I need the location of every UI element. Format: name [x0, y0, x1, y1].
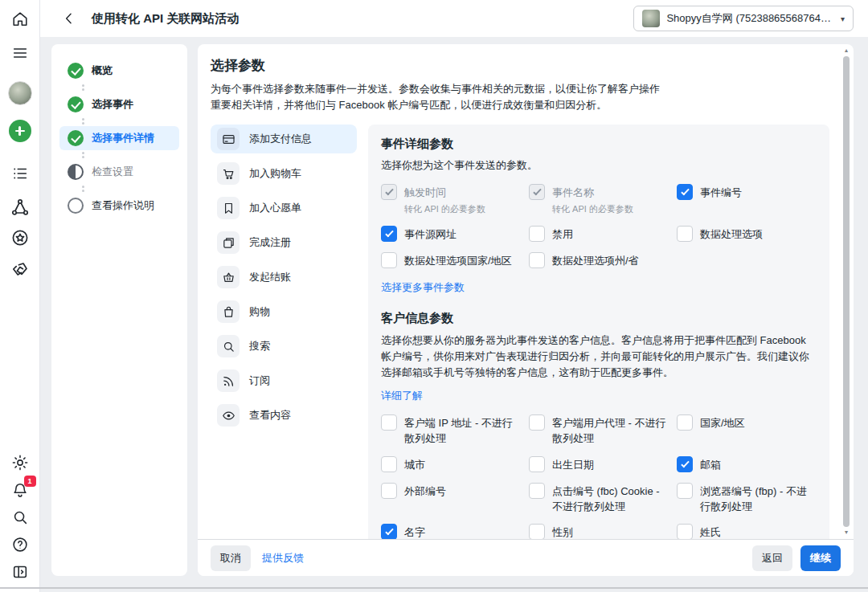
- stepper-item-select-event-details[interactable]: 选择事件详情: [59, 126, 179, 150]
- event-item-add-to-wishlist[interactable]: 加入心愿单: [211, 194, 357, 223]
- event-item-add-to-cart[interactable]: 加入购物车: [211, 159, 357, 188]
- customer-param-checkbox[interactable]: 客户端 IP 地址 - 不进行散列处理: [381, 414, 521, 447]
- page-title: 使用转化 API 关联网站活动: [92, 11, 239, 27]
- notifications-icon[interactable]: 1: [10, 480, 31, 500]
- continue-button[interactable]: 继续: [800, 545, 841, 571]
- menu-icon[interactable]: [10, 43, 31, 63]
- customer-param-checkbox[interactable]: 性别: [529, 524, 669, 539]
- checkbox-box[interactable]: [529, 414, 545, 431]
- home-icon[interactable]: [10, 9, 31, 30]
- event-item-search[interactable]: 搜索: [211, 332, 357, 361]
- create-icon[interactable]: [9, 120, 31, 142]
- star-badge-icon[interactable]: [10, 227, 31, 248]
- feedback-link[interactable]: 提供反馈: [262, 551, 304, 565]
- checkbox-box[interactable]: [381, 252, 397, 268]
- event-item-view-content[interactable]: 查看内容: [211, 401, 357, 430]
- stepper-panel: 概览 选择事件 选择事件详情 检查设置 查看操作说明: [51, 44, 187, 576]
- collapse-panel-icon[interactable]: [10, 561, 31, 582]
- customer-param-checkbox[interactable]: 浏览器编号 (fbp) - 不进行散列处理: [677, 483, 817, 515]
- event-params-grid: 触发时间 转化 API 的必要参数 事件名称 转化 API 的必要参数 事件编号: [381, 184, 817, 268]
- section-heading: 选择参数: [211, 56, 829, 75]
- scrollbar[interactable]: ▴ ▾: [841, 46, 852, 537]
- checkbox-box[interactable]: [529, 252, 545, 268]
- event-params-subtitle: 选择你想为这个事件发送的参数。: [381, 158, 817, 173]
- learn-more-link[interactable]: 详细了解: [381, 389, 423, 403]
- stepper-item-review-settings[interactable]: 检查设置: [59, 160, 179, 184]
- window-bottom-edge: [0, 587, 868, 589]
- event-item-purchase[interactable]: 购物: [211, 297, 357, 326]
- event-param-checkbox[interactable]: 数据处理选项: [677, 226, 817, 243]
- checkbox-box[interactable]: [529, 524, 545, 539]
- checkbox-box[interactable]: [381, 483, 397, 499]
- event-param-checkbox[interactable]: 数据处理选项州/省: [529, 252, 669, 269]
- customer-param-checkbox[interactable]: 城市: [381, 456, 521, 473]
- scroll-up-arrow[interactable]: ▴: [841, 46, 852, 55]
- event-param-checkbox[interactable]: 数据处理选项国家/地区: [381, 252, 521, 269]
- stepper-item-select-events[interactable]: 选择事件: [59, 92, 179, 116]
- customer-params-title: 客户信息参数: [381, 311, 817, 326]
- checkbox-box[interactable]: [381, 184, 397, 200]
- help-icon[interactable]: [10, 534, 31, 555]
- user-avatar[interactable]: [8, 81, 32, 105]
- scroll-down-arrow[interactable]: ▾: [841, 528, 852, 537]
- stepper-connector: [82, 116, 179, 126]
- checkbox-box[interactable]: [381, 226, 397, 242]
- checkbox-box[interactable]: [677, 456, 693, 472]
- checkbox-box[interactable]: [529, 456, 545, 472]
- customer-param-checkbox[interactable]: 外部编号: [381, 483, 521, 500]
- checkbox-box[interactable]: [381, 524, 397, 539]
- event-param-checkbox[interactable]: 事件编号: [677, 184, 817, 201]
- checkbox-box[interactable]: [677, 184, 693, 200]
- stepper-connector: [82, 150, 179, 160]
- event-param-checkbox[interactable]: 禁用: [529, 226, 669, 243]
- empty-circle-icon: [68, 198, 84, 214]
- checkbox-box[interactable]: [677, 226, 693, 242]
- back-button[interactable]: 返回: [752, 545, 792, 571]
- event-item-complete-registration[interactable]: 完成注册: [211, 228, 357, 257]
- event-item-subscribe[interactable]: 订阅: [211, 366, 357, 395]
- cart-icon: [217, 162, 240, 185]
- cancel-button[interactable]: 取消: [211, 545, 251, 571]
- checkbox-box[interactable]: [381, 414, 397, 431]
- customer-param-checkbox[interactable]: 名字: [381, 524, 521, 539]
- account-avatar: [642, 10, 660, 27]
- event-param-checkbox[interactable]: 事件源网址: [381, 226, 521, 243]
- network-icon[interactable]: [10, 197, 31, 218]
- bookmark-icon: [217, 197, 240, 219]
- list-icon[interactable]: [10, 163, 31, 184]
- bag-icon: [217, 300, 240, 323]
- customer-param-checkbox[interactable]: 国家/地区: [677, 414, 817, 431]
- customer-param-checkbox[interactable]: 姓氏: [677, 524, 817, 539]
- event-item-initiate-checkout[interactable]: 发起结账: [211, 263, 357, 292]
- event-param-checkbox[interactable]: 事件名称 转化 API 的必要参数: [529, 184, 669, 216]
- back-icon[interactable]: [58, 7, 80, 30]
- checkbox-box[interactable]: [381, 456, 397, 472]
- handshake-icon[interactable]: [10, 259, 31, 280]
- customer-param-checkbox[interactable]: 点击编号 (fbc) Cookie - 不进行散列处理: [529, 483, 669, 515]
- app-rail: 1: [0, 0, 40, 592]
- customer-param-checkbox[interactable]: 邮箱: [677, 456, 817, 473]
- customer-param-checkbox[interactable]: 出生日期: [529, 456, 669, 473]
- event-list: 添加支付信息 加入购物车 加入心愿单: [211, 125, 357, 539]
- stepper-item-view-instructions[interactable]: 查看操作说明: [59, 194, 179, 218]
- event-param-checkbox[interactable]: 触发时间 转化 API 的必要参数: [381, 184, 521, 216]
- customer-params-description: 选择你想要从你的服务器为此事件发送的客户信息。客户信息将用于把事件匹配到 Fac…: [381, 333, 817, 381]
- stepper-item-overview[interactable]: 概览: [59, 59, 179, 83]
- checkbox-box[interactable]: [677, 483, 693, 499]
- checkbox-box[interactable]: [677, 524, 693, 539]
- top-bar: 使用转化 API 关联网站活动 Shopyy自学网 (7523886556876…: [40, 0, 868, 37]
- wizard-footer: 取消 提供反馈 返回 继续: [198, 539, 854, 576]
- stepper-connector: [82, 83, 179, 92]
- checkbox-box[interactable]: [529, 483, 545, 499]
- checkbox-box[interactable]: [529, 226, 545, 242]
- settings-icon[interactable]: [10, 452, 31, 473]
- more-event-params-link[interactable]: 选择更多事件参数: [381, 280, 465, 295]
- checkbox-box[interactable]: [677, 414, 693, 431]
- account-selector[interactable]: Shopyy自学网 (75238865568764… ▾: [633, 6, 854, 31]
- customer-param-checkbox[interactable]: 客户端用户代理 - 不进行散列处理: [529, 414, 669, 447]
- checkbox-box[interactable]: [529, 184, 545, 200]
- scrollbar-thumb[interactable]: [843, 56, 850, 527]
- search-icon[interactable]: [10, 507, 31, 528]
- event-item-add-payment-info[interactable]: 添加支付信息: [211, 125, 357, 153]
- rss-icon: [217, 369, 240, 392]
